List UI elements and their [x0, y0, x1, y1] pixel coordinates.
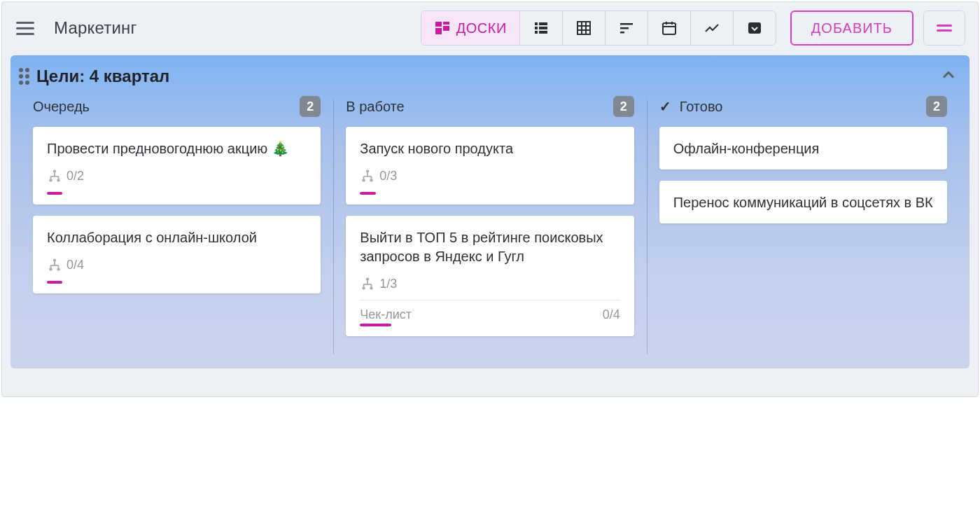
- sort-icon: [618, 20, 635, 36]
- column: Очередь2Провести предновогоднюю акцию 🎄 …: [20, 96, 333, 347]
- grip-icon[interactable]: [19, 68, 29, 85]
- card-title: Провести предновогоднюю акцию 🎄: [47, 139, 307, 158]
- svg-point-50: [370, 286, 373, 289]
- card-title: Запуск нового продукта: [360, 139, 620, 158]
- subtasks-icon: [47, 257, 62, 272]
- subtasks-icon: [360, 276, 375, 291]
- tab-boards-label: ДОСКИ: [456, 20, 507, 36]
- card-subtasks-count: 0/2: [66, 169, 84, 184]
- card-progress-fill: [47, 281, 62, 284]
- svg-rect-6: [535, 27, 538, 29]
- svg-point-42: [363, 179, 365, 181]
- toolbar: Маркетинг ДОСКИ: [2, 2, 978, 55]
- column-count-badge: 2: [613, 96, 634, 117]
- add-button[interactable]: ДОБАВИТЬ: [790, 11, 913, 46]
- svg-point-28: [49, 179, 52, 181]
- card[interactable]: Офлайн-конференция: [659, 127, 947, 170]
- grid-icon: [575, 20, 592, 36]
- svg-rect-9: [539, 31, 547, 34]
- subtasks-icon: [360, 168, 375, 184]
- calendar-icon: [661, 20, 678, 36]
- kanban-icon: [434, 20, 451, 36]
- page-title: Маркетинг: [54, 18, 136, 38]
- tab-list[interactable]: [520, 11, 563, 45]
- tab-grid[interactable]: [563, 11, 606, 45]
- card-checklist-label: Чек-лист: [360, 307, 412, 322]
- card[interactable]: Провести предновогоднюю акцию 🎄 0/2: [33, 127, 321, 205]
- tab-archive[interactable]: [734, 11, 776, 45]
- card-progress-fill: [47, 192, 62, 195]
- card[interactable]: Перенос коммуникаций в соцсетях в ВК: [659, 181, 947, 223]
- svg-point-36: [57, 268, 59, 270]
- svg-rect-3: [435, 28, 442, 34]
- svg-rect-5: [539, 22, 547, 25]
- card[interactable]: Коллаборация с онлайн-школой 0/4: [33, 216, 321, 293]
- column-header: Готово2: [659, 96, 947, 117]
- card[interactable]: Выйти в ТОП 5 в рейтинге поисковых запро…: [346, 216, 634, 336]
- card-checklist-count: 0/4: [603, 307, 620, 322]
- column-name[interactable]: В работе: [346, 99, 404, 115]
- svg-rect-18: [663, 23, 676, 34]
- card-checklist: Чек-лист 0/4: [360, 300, 620, 322]
- svg-point-44: [366, 277, 369, 280]
- svg-rect-0: [435, 22, 442, 27]
- svg-point-49: [363, 286, 365, 289]
- card-progress-fill: [360, 192, 375, 195]
- card-progress: [47, 281, 307, 284]
- card-title: Офлайн-конференция: [673, 139, 933, 158]
- board-header: Цели: 4 квартал: [10, 55, 969, 93]
- tab-sort[interactable]: [606, 11, 648, 45]
- column-name[interactable]: Очередь: [33, 99, 90, 115]
- svg-rect-8: [535, 31, 538, 34]
- chevron-up-icon: [939, 65, 958, 85]
- add-button-label: ДОБАВИТЬ: [811, 20, 892, 36]
- column-count-badge: 2: [926, 96, 947, 117]
- card-title: Коллаборация с онлайн-школой: [47, 228, 307, 247]
- column-header: В работе2: [346, 96, 634, 117]
- svg-rect-1: [443, 22, 449, 25]
- collapse-button[interactable]: [939, 65, 958, 88]
- svg-rect-17: [620, 32, 624, 34]
- subtasks-icon: [47, 168, 62, 184]
- card-subtasks-count: 0/4: [66, 258, 84, 272]
- tab-boards[interactable]: ДОСКИ: [421, 11, 520, 45]
- app-window: Маркетинг ДОСКИ: [1, 1, 979, 397]
- card-progress: [360, 192, 620, 195]
- card-subtasks: 1/3: [360, 276, 620, 291]
- list-icon: [533, 20, 550, 36]
- svg-rect-22: [748, 22, 761, 34]
- card-subtasks: 0/2: [47, 168, 307, 184]
- svg-rect-16: [620, 27, 629, 29]
- card-progress: [360, 324, 620, 326]
- menu-icon[interactable]: [15, 16, 38, 40]
- svg-point-30: [53, 258, 56, 261]
- board: Цели: 4 квартал Очередь2Провести преднов…: [10, 55, 969, 368]
- drag-handle-button[interactable]: [923, 11, 965, 46]
- card-subtasks-count: 1/3: [379, 277, 397, 291]
- tab-activity[interactable]: [691, 11, 734, 45]
- card-subtasks: 0/4: [47, 257, 307, 272]
- view-tabs: ДОСКИ: [421, 11, 776, 46]
- card-subtasks-count: 0/3: [379, 169, 397, 184]
- column-count-badge: 2: [300, 96, 321, 117]
- svg-point-43: [370, 179, 373, 181]
- svg-rect-15: [620, 23, 633, 25]
- columns: Очередь2Провести предновогоднюю акцию 🎄 …: [10, 93, 969, 347]
- column: В работе2Запуск нового продукта 0/3Выйти…: [333, 96, 646, 347]
- svg-rect-4: [535, 22, 538, 25]
- svg-point-23: [53, 170, 56, 172]
- card-title: Выйти в ТОП 5 в рейтинге поисковых запро…: [360, 228, 620, 266]
- card-progress: [47, 192, 307, 195]
- card-progress-fill: [360, 324, 391, 326]
- tab-calendar[interactable]: [648, 11, 691, 45]
- card[interactable]: Запуск нового продукта 0/3: [346, 127, 634, 205]
- column: Готово2Офлайн-конференцияПеренос коммуни…: [647, 96, 960, 347]
- svg-rect-10: [578, 22, 590, 34]
- board-title: Цели: 4 квартал: [36, 67, 169, 86]
- svg-point-35: [49, 268, 52, 270]
- card-title: Перенос коммуникаций в соцсетях в ВК: [673, 193, 933, 212]
- column-name[interactable]: Готово: [659, 98, 723, 115]
- activity-icon: [704, 20, 720, 36]
- svg-point-29: [57, 179, 59, 181]
- svg-rect-7: [539, 27, 547, 29]
